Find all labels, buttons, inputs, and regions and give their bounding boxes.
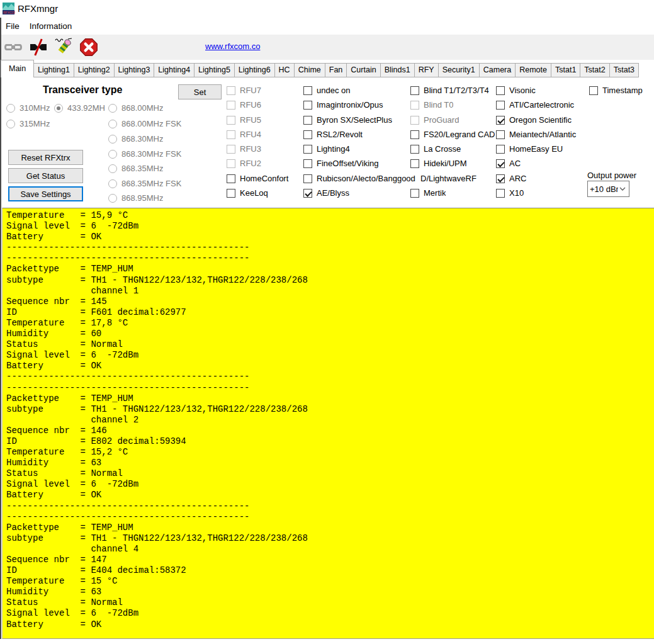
tab-remote[interactable]: Remote xyxy=(515,63,551,77)
tab-blinds1[interactable]: Blinds1 xyxy=(380,63,415,77)
tab-lighting5[interactable]: Lighting5 xyxy=(194,63,235,77)
tab-lighting2[interactable]: Lighting2 xyxy=(74,63,115,77)
tab-main[interactable]: Main xyxy=(1,60,34,77)
checkbox-box[interactable] xyxy=(410,159,419,168)
checkbox-box[interactable] xyxy=(227,189,235,198)
save-settings-button[interactable]: Save Settings xyxy=(8,186,83,201)
protocol-d-lightwaverf[interactable]: D/LightwaveRF xyxy=(420,174,476,183)
radio-868-35mhz[interactable]: 868.35MHz xyxy=(108,164,163,173)
radio-868-30mhz[interactable]: 868.30MHz xyxy=(108,134,163,144)
set-button[interactable]: Set xyxy=(178,84,222,99)
protocol-visonic[interactable]: Visonic xyxy=(496,86,536,95)
checkbox-box[interactable] xyxy=(303,101,312,110)
tab-curtain[interactable]: Curtain xyxy=(346,63,380,77)
radio-circle[interactable] xyxy=(6,104,15,113)
radio-433-92mhz[interactable]: 433.92MHz xyxy=(54,103,105,113)
stop-icon[interactable] xyxy=(77,37,100,58)
checkbox-box[interactable] xyxy=(410,86,419,95)
protocol-la-crosse[interactable]: La Crosse xyxy=(410,144,461,154)
radio-circle[interactable] xyxy=(108,164,117,173)
protocol-oregon-scientific[interactable]: Oregon Scientific xyxy=(496,115,572,125)
checkbox-box[interactable] xyxy=(496,174,505,183)
checkbox-box[interactable] xyxy=(410,189,419,198)
radio-circle[interactable] xyxy=(108,104,117,113)
disconnect-icon[interactable] xyxy=(27,37,50,58)
protocol-fs20-legrand-cad[interactable]: FS20/Legrand CAD xyxy=(410,130,495,139)
menu-file[interactable]: File xyxy=(1,19,25,33)
connect-icon[interactable] xyxy=(2,37,25,58)
tab-lighting1[interactable]: Lighting1 xyxy=(33,63,74,77)
protocol-arc[interactable]: ARC xyxy=(496,174,526,183)
protocol-ati-cartelectronic[interactable]: ATI/Cartelectronic xyxy=(496,100,574,110)
checkbox-box[interactable] xyxy=(227,174,235,183)
tab-security1[interactable]: Security1 xyxy=(438,63,480,77)
radio-868-35mhz-fsk[interactable]: 868.35MHz FSK xyxy=(108,179,181,188)
checkbox-box[interactable] xyxy=(496,145,505,154)
checkbox-box[interactable] xyxy=(496,189,505,198)
timestamp-checkbox[interactable]: Timestamp xyxy=(589,86,643,95)
timestamp-checkbox-box[interactable] xyxy=(589,86,598,95)
radio-868-30mhz-fsk[interactable]: 868.30MHz FSK xyxy=(108,149,181,159)
radio-868-00mhz[interactable]: 868.00MHz xyxy=(108,103,163,113)
checkbox-box[interactable] xyxy=(410,145,419,154)
protocol-keeloq[interactable]: KeeLoq xyxy=(227,188,268,198)
protocol-rubicson-alecto-banggood[interactable]: Rubicson/Alecto/Banggood xyxy=(303,174,415,183)
checkbox-box[interactable] xyxy=(303,145,312,154)
protocol-blind-t1-t2-t3-t4[interactable]: Blind T1/T2/T3/T4 xyxy=(410,86,489,95)
tab-tstat3[interactable]: Tstat3 xyxy=(609,63,639,77)
tab-hc[interactable]: HC xyxy=(274,63,295,77)
protocol-ae-blyss[interactable]: AE/Blyss xyxy=(303,188,349,198)
protocol-mertik[interactable]: Mertik xyxy=(410,188,446,198)
checkbox-box[interactable] xyxy=(303,116,312,125)
radio-868-95mhz[interactable]: 868.95MHz xyxy=(108,193,163,203)
tab-fan[interactable]: Fan xyxy=(325,63,347,77)
protocol-byron-sx-selectplus[interactable]: Byron SX/SelectPlus xyxy=(303,115,392,125)
radio-circle[interactable] xyxy=(108,194,117,203)
checkbox-box[interactable] xyxy=(496,101,505,110)
protocol-lighting4[interactable]: Lighting4 xyxy=(303,144,350,154)
protocol-imagintronix-opus[interactable]: Imagintronix/Opus xyxy=(303,100,383,110)
radio-circle[interactable] xyxy=(108,179,117,188)
tab-tstat1[interactable]: Tstat1 xyxy=(551,63,580,77)
checkbox-box[interactable] xyxy=(496,159,505,168)
tab-camera[interactable]: Camera xyxy=(479,63,516,77)
protocol-rsl2-revolt[interactable]: RSL2/Revolt xyxy=(303,130,363,139)
radio-310mhz[interactable]: 310MHz xyxy=(6,103,50,113)
checkbox-box[interactable] xyxy=(303,86,312,95)
rfxcom-website-link[interactable]: www.rfxcom.co xyxy=(205,42,260,51)
checkbox-box[interactable] xyxy=(303,189,312,198)
checkbox-box[interactable] xyxy=(303,130,312,139)
reset-rfxtrx-button[interactable]: Reset RFXtrx xyxy=(8,150,83,165)
radio-circle[interactable] xyxy=(54,104,63,113)
radio-circle[interactable] xyxy=(6,120,15,128)
protocol-meiantech-atlantic[interactable]: Meiantech/Atlantic xyxy=(496,130,576,139)
get-status-button[interactable]: Get Status xyxy=(8,168,83,183)
radio-315mhz[interactable]: 315MHz xyxy=(6,119,50,128)
protocol-hideki-upm[interactable]: Hideki/UPM xyxy=(410,159,467,168)
checkbox-box[interactable] xyxy=(303,174,312,183)
checkbox-box[interactable] xyxy=(496,86,505,95)
tab-lighting3[interactable]: Lighting3 xyxy=(114,63,155,77)
protocol-fineoffset-viking[interactable]: FineOffset/Viking xyxy=(303,159,379,168)
message-log[interactable]: Temperature = 15,9 °C Signal level = 6 -… xyxy=(2,208,654,639)
tab-tstat2[interactable]: Tstat2 xyxy=(580,63,609,77)
tab-chime[interactable]: Chime xyxy=(294,63,325,77)
output-power-select[interactable]: +10 dBm xyxy=(587,181,629,197)
radio-circle[interactable] xyxy=(108,150,117,159)
tab-lighting6[interactable]: Lighting6 xyxy=(234,63,275,77)
checkbox-box[interactable] xyxy=(496,130,505,139)
tab-lighting4[interactable]: Lighting4 xyxy=(154,63,195,77)
menu-information[interactable]: Information xyxy=(25,19,77,33)
radio-circle[interactable] xyxy=(108,135,117,144)
checkbox-box[interactable] xyxy=(410,130,419,139)
checkbox-box[interactable] xyxy=(496,116,505,125)
protocol-undec-on[interactable]: undec on xyxy=(303,86,351,95)
checkbox-box[interactable] xyxy=(303,159,312,168)
protocol-ac[interactable]: AC xyxy=(496,159,521,168)
radio-868-00mhz-fsk[interactable]: 868.00MHz FSK xyxy=(108,119,181,128)
protocol-homeeasy-eu[interactable]: HomeEasy EU xyxy=(496,144,563,154)
protocol-x10[interactable]: X10 xyxy=(496,188,524,198)
radio-circle[interactable] xyxy=(108,120,117,128)
protocol-homeconfort[interactable]: HomeConfort xyxy=(227,174,288,183)
transmit-rf-icon[interactable] xyxy=(52,37,75,58)
